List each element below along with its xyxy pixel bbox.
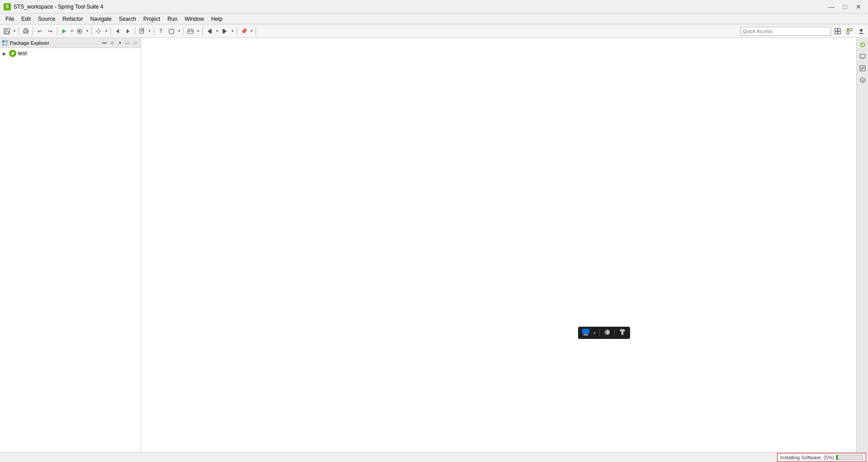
package-explorer-content: ▶ test: [0, 48, 141, 452]
svg-rect-28: [223, 29, 224, 33]
sidebar-btn-1[interactable]: [858, 40, 868, 50]
float-half-icon[interactable]: 半: [603, 329, 611, 337]
float-tshirt-icon[interactable]: [618, 329, 626, 337]
svg-rect-32: [838, 31, 840, 34]
svg-marker-25: [208, 29, 210, 33]
svg-marker-9: [79, 30, 81, 33]
svg-rect-5: [24, 32, 27, 33]
save-dropdown[interactable]: ▾: [12, 26, 17, 36]
package-explorer-title-area: Package Explorer: [2, 40, 99, 46]
toolbar-sep-6: [135, 27, 135, 35]
coverage-dropdown[interactable]: ▾: [196, 26, 200, 36]
undo-button[interactable]: ↩: [35, 26, 45, 36]
toolbar-sep-5: [110, 27, 111, 35]
panel-maximize-button[interactable]: □: [132, 39, 139, 47]
quick-access-area: [740, 26, 866, 36]
svg-rect-50: [861, 58, 864, 59]
toolbar-sep-7: [154, 27, 154, 35]
menu-run[interactable]: Run: [164, 14, 181, 24]
new-button[interactable]: [137, 26, 147, 36]
panel-header-buttons: ▾ — □: [101, 39, 139, 47]
svg-rect-44: [584, 334, 588, 335]
svg-rect-4: [24, 29, 27, 30]
svg-rect-37: [2, 40, 5, 43]
svg-rect-21: [188, 30, 193, 33]
maximize-button[interactable]: □: [839, 2, 851, 11]
print-button[interactable]: [21, 26, 31, 36]
float-monitor-icon[interactable]: [582, 329, 590, 337]
redo-button[interactable]: ↪: [45, 26, 55, 36]
forward-history-button[interactable]: [220, 26, 230, 36]
svg-marker-15: [116, 29, 119, 33]
main-layout: Package Explorer ▾ — □: [0, 38, 868, 452]
menu-refactor[interactable]: Refactor: [59, 14, 86, 24]
svg-rect-45: [583, 335, 588, 336]
progress-area: Installing Software: (5%): [777, 453, 866, 462]
app-icon-letter: S: [6, 4, 9, 9]
minimize-button[interactable]: —: [825, 2, 837, 11]
ext-tools-button[interactable]: [94, 26, 104, 36]
svg-marker-27: [224, 29, 227, 33]
svg-rect-49: [860, 54, 865, 58]
menu-search[interactable]: Search: [115, 14, 140, 24]
run-last-button[interactable]: [59, 26, 69, 36]
link-editor-button[interactable]: [109, 39, 116, 47]
project-label-test: test: [18, 50, 27, 57]
menu-source[interactable]: Source: [34, 14, 59, 24]
status-bar: Installing Software: (5%): [0, 452, 868, 462]
svg-rect-43: [582, 329, 589, 334]
next-edit-button[interactable]: [123, 26, 133, 36]
project-icon-test: [9, 50, 16, 57]
float-dot-icon: •: [593, 329, 596, 337]
title-bar: S STS_workspace - Spring Tool Suite 4 — …: [0, 0, 868, 14]
close-button[interactable]: ✕: [853, 2, 864, 11]
menu-navigate[interactable]: Navigate: [86, 14, 115, 24]
svg-rect-33: [847, 29, 849, 31]
perspective-list-button[interactable]: [844, 26, 854, 36]
run-dropdown[interactable]: ▾: [70, 26, 74, 36]
user-icon-button[interactable]: [856, 26, 866, 36]
window-title: STS_workspace - Spring Tool Suite 4: [14, 4, 825, 10]
progress-bar-container: [836, 455, 863, 460]
new-dropdown[interactable]: ▾: [147, 26, 152, 36]
open-type-button[interactable]: T: [156, 26, 166, 36]
ext-tools-dropdown[interactable]: ▾: [104, 26, 109, 36]
menu-project[interactable]: Project: [140, 14, 164, 24]
sidebar-btn-2[interactable]: [858, 52, 868, 62]
open-perspective-button[interactable]: [833, 26, 843, 36]
tree-item-test[interactable]: ▶ test: [1, 49, 140, 58]
forward-history-dropdown[interactable]: ▾: [230, 26, 235, 36]
back-history-dropdown[interactable]: ▾: [215, 26, 219, 36]
toolbar-sep-3: [57, 27, 57, 35]
tree-expand-test[interactable]: ▶: [3, 51, 7, 56]
back-history-button[interactable]: [204, 26, 214, 36]
prev-edit-button[interactable]: [113, 26, 123, 36]
quick-access-input[interactable]: [740, 27, 831, 36]
save-button[interactable]: [2, 26, 12, 36]
menu-window[interactable]: Window: [181, 14, 208, 24]
open-resource-dropdown[interactable]: ▾: [177, 26, 181, 36]
menu-help[interactable]: Help: [208, 14, 226, 24]
progress-text: Installing Software: (5%): [780, 455, 834, 460]
view-menu-button[interactable]: ▾: [116, 39, 123, 47]
package-explorer-header: Package Explorer ▾ — □: [0, 38, 141, 48]
pin-editor-button[interactable]: 📌: [239, 26, 249, 36]
debug-dropdown[interactable]: ▾: [85, 26, 90, 36]
panel-minimize-button[interactable]: —: [124, 39, 131, 47]
open-resource-button[interactable]: [166, 26, 176, 36]
sidebar-btn-4[interactable]: ?: [858, 75, 868, 85]
svg-text:?: ?: [862, 79, 864, 83]
debug-button[interactable]: [75, 26, 85, 36]
svg-text:半: 半: [606, 331, 609, 335]
app-icon: S: [4, 3, 11, 10]
pin-editor-dropdown[interactable]: ▾: [249, 26, 254, 36]
menu-file[interactable]: File: [2, 14, 18, 24]
toolbar-sep-10: [237, 27, 237, 35]
coverage-button[interactable]: [185, 26, 195, 36]
collapse-all-button[interactable]: [101, 39, 108, 47]
svg-marker-7: [62, 29, 66, 33]
sidebar-btn-3[interactable]: [858, 63, 868, 73]
svg-rect-1: [5, 29, 8, 30]
toolbar-sep-4: [91, 27, 92, 35]
menu-edit[interactable]: Edit: [18, 14, 34, 24]
